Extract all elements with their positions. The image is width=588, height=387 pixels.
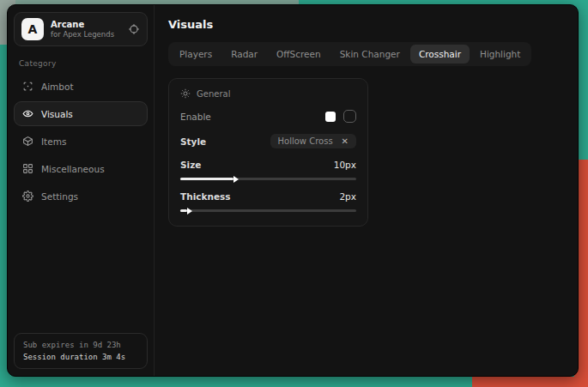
general-card-header: General bbox=[180, 88, 356, 99]
style-label: Style bbox=[180, 136, 206, 147]
enable-checkbox[interactable] bbox=[343, 110, 356, 123]
sub-expires-text: Sub expires in 9d 23h bbox=[23, 341, 138, 349]
grid-icon bbox=[22, 163, 33, 174]
clear-icon[interactable]: ✕ bbox=[342, 136, 349, 146]
tab-highlight[interactable]: Highlight bbox=[471, 45, 529, 63]
sidebar-item-visuals[interactable]: Visuals bbox=[14, 101, 148, 126]
size-row: Size 10px bbox=[180, 160, 356, 170]
sidebar-item-label: Settings bbox=[41, 191, 78, 202]
style-dropdown-value: Hollow Cross bbox=[278, 136, 333, 146]
app-subtitle: for Apex Legends bbox=[51, 30, 114, 39]
sidebar-item-label: Visuals bbox=[41, 109, 73, 119]
session-duration-text: Session duration 3m 4s bbox=[23, 353, 138, 361]
sidebar-item-aimbot[interactable]: Aimbot bbox=[14, 74, 148, 99]
app-name: Arcane bbox=[51, 20, 114, 29]
sidebar: A Arcane for Apex Legends Category bbox=[8, 5, 155, 376]
app-logo: A bbox=[21, 18, 44, 40]
general-card-title: General bbox=[197, 89, 230, 99]
sidebar-item-miscellaneous[interactable]: Miscellaneous bbox=[14, 156, 148, 181]
thickness-slider-fill bbox=[180, 209, 187, 212]
scan-icon bbox=[22, 81, 33, 92]
thickness-slider-thumb[interactable] bbox=[187, 208, 192, 215]
style-row: Style Hollow Cross ✕ bbox=[180, 134, 356, 148]
style-dropdown[interactable]: Hollow Cross ✕ bbox=[270, 134, 356, 148]
size-slider-fill bbox=[180, 178, 233, 180]
sidebar-item-label: Items bbox=[41, 136, 66, 147]
color-swatch[interactable] bbox=[325, 112, 336, 122]
app-meta: Arcane for Apex Legends bbox=[51, 20, 114, 39]
size-label: Size bbox=[180, 160, 201, 170]
tab-skin-changer[interactable]: Skin Changer bbox=[331, 45, 409, 63]
sidebar-item-label: Miscellaneous bbox=[41, 164, 105, 174]
sidebar-item-label: Aimbot bbox=[41, 82, 74, 92]
tab-players[interactable]: Players bbox=[171, 45, 221, 63]
box-icon bbox=[22, 136, 33, 147]
category-label: Category bbox=[19, 59, 142, 68]
enable-controls bbox=[325, 110, 356, 123]
enable-label: Enable bbox=[180, 112, 211, 122]
size-value: 10px bbox=[334, 160, 356, 170]
thickness-value: 2px bbox=[339, 191, 356, 202]
desktop: { "app": { "logo_letter": "A", "name": "… bbox=[0, 0, 588, 387]
page-title: Visuals bbox=[168, 18, 564, 31]
background-red-bottom-strip bbox=[472, 377, 588, 387]
size-slider[interactable] bbox=[180, 178, 356, 180]
sun-icon bbox=[180, 88, 191, 99]
subscription-info-card: Sub expires in 9d 23h Session duration 3… bbox=[14, 333, 148, 369]
enable-row: Enable bbox=[180, 110, 356, 123]
app-header-card: A Arcane for Apex Legends bbox=[14, 12, 148, 46]
tab-offscreen[interactable]: OffScreen bbox=[268, 45, 330, 63]
general-card: General Enable Style Hollow Cross ✕ bbox=[168, 78, 368, 227]
tab-radar[interactable]: Radar bbox=[222, 45, 266, 63]
thickness-row: Thickness 2px bbox=[180, 191, 356, 202]
thickness-slider[interactable] bbox=[180, 209, 356, 212]
sidebar-item-items[interactable]: Items bbox=[14, 129, 148, 154]
tab-bar: Players Radar OffScreen Skin Changer Cro… bbox=[168, 42, 531, 66]
eye-icon bbox=[22, 108, 33, 119]
app-window: A Arcane for Apex Legends Category bbox=[7, 4, 579, 377]
sidebar-item-settings[interactable]: Settings bbox=[14, 184, 148, 209]
target-icon[interactable] bbox=[128, 23, 140, 35]
thickness-label: Thickness bbox=[180, 191, 231, 202]
size-slider-thumb[interactable] bbox=[233, 176, 239, 183]
tab-crosshair[interactable]: Crosshair bbox=[410, 45, 470, 63]
gear-icon bbox=[22, 190, 33, 202]
main-content: Visuals Players Radar OffScreen Skin Cha… bbox=[155, 5, 578, 376]
